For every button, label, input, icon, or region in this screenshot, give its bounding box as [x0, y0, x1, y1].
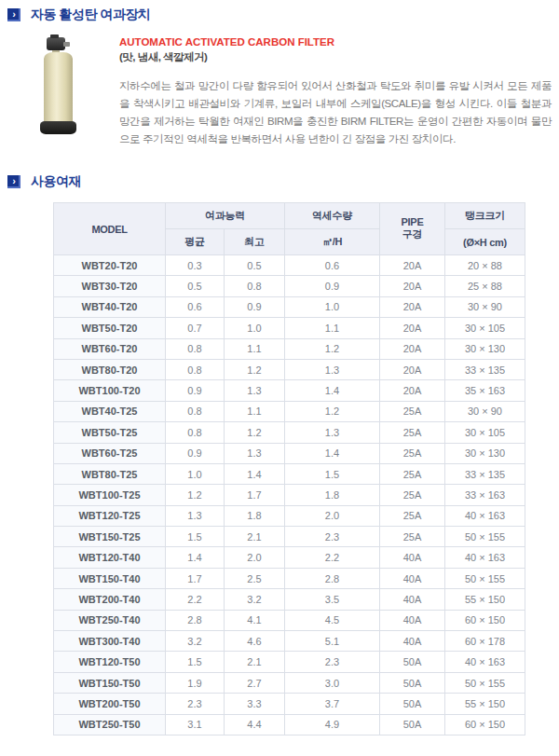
value-cell: 0.8: [166, 401, 225, 421]
value-cell: 1.5: [285, 463, 380, 484]
value-cell: 40A: [380, 610, 445, 630]
value-cell: 2.2: [285, 547, 380, 568]
value-cell: 50A: [380, 694, 445, 714]
value-cell: 0.8: [225, 276, 285, 296]
value-cell: 60 × 150: [445, 714, 525, 735]
col-header-tank-group: 탱크크기: [445, 203, 525, 229]
value-cell: 1.3: [225, 380, 285, 401]
model-cell: WBT30-T20: [54, 276, 166, 296]
value-cell: 2.5: [225, 568, 285, 588]
model-cell: WBT40-T20: [54, 296, 166, 317]
col-header-backwash-unit: ㎥/H: [285, 229, 380, 255]
col-header-tank-unit: (Ø×H cm): [445, 229, 525, 255]
value-cell: 35 × 163: [445, 380, 525, 401]
model-cell: WBT40-T25: [54, 401, 166, 421]
value-cell: 1.8: [285, 485, 380, 505]
value-cell: 2.8: [166, 610, 225, 630]
table-row: WBT50-T250.81.21.325A30 × 105: [54, 422, 525, 443]
model-cell: WBT250-T40: [54, 610, 166, 630]
value-cell: 30 × 90: [445, 296, 525, 317]
value-cell: 25 × 88: [445, 276, 525, 296]
value-cell: 1.0: [285, 296, 380, 317]
value-cell: 50A: [380, 672, 445, 693]
tank-valve-head: [47, 37, 65, 50]
value-cell: 3.1: [166, 714, 225, 735]
table-row: WBT100-T251.21.71.825A33 × 163: [54, 485, 525, 505]
model-cell: WBT150-T40: [54, 568, 166, 588]
spec-table: MODEL 여과능력 역세수량 PIPE 구경 탱크크기 평균 최고 ㎥/H (…: [53, 202, 525, 735]
value-cell: 30 × 130: [445, 338, 525, 359]
table-row: WBT40-T200.60.91.020A30 × 90: [54, 296, 525, 317]
col-header-capacity-avg: 평균: [166, 229, 225, 255]
col-header-pipe-line2: 구경: [402, 228, 422, 240]
value-cell: 30 × 90: [445, 401, 525, 421]
value-cell: 2.8: [285, 568, 380, 588]
table-row: WBT200-T502.33.33.750A55 × 150: [54, 694, 525, 714]
model-cell: WBT150-T25: [54, 527, 166, 547]
product-subtitle: (맛, 냄새, 색깔제거): [119, 50, 552, 64]
value-cell: 60 × 178: [445, 631, 525, 652]
value-cell: 50A: [380, 652, 445, 672]
value-cell: 25A: [380, 443, 445, 463]
model-cell: WBT100-T20: [54, 380, 166, 401]
value-cell: 1.2: [225, 359, 285, 379]
value-cell: 20A: [380, 276, 445, 296]
value-cell: 1.2: [285, 338, 380, 359]
col-header-pipe-line1: PIPE: [402, 216, 424, 227]
value-cell: 1.0: [225, 318, 285, 338]
model-cell: WBT200-T40: [54, 589, 166, 610]
value-cell: 20A: [380, 380, 445, 401]
table-header-row-1: MODEL 여과능력 역세수량 PIPE 구경 탱크크기: [54, 203, 525, 229]
value-cell: 2.3: [285, 527, 380, 547]
value-cell: 0.9: [166, 443, 225, 463]
value-cell: 1.8: [225, 505, 285, 526]
value-cell: 1.4: [285, 380, 380, 401]
value-cell: 40A: [380, 547, 445, 568]
value-cell: 20A: [380, 296, 445, 317]
value-cell: 30 × 105: [445, 318, 525, 338]
value-cell: 55 × 150: [445, 694, 525, 714]
model-cell: WBT50-T20: [54, 318, 166, 338]
value-cell: 1.4: [285, 443, 380, 463]
value-cell: 1.1: [225, 401, 285, 421]
tank-body: [44, 52, 73, 124]
table-row: WBT100-T200.91.31.420A35 × 163: [54, 380, 525, 401]
value-cell: 1.3: [166, 505, 225, 526]
value-cell: 20A: [380, 255, 445, 276]
table-row: WBT50-T200.71.01.120A30 × 105: [54, 318, 525, 338]
table-row: WBT60-T200.81.11.220A30 × 130: [54, 338, 525, 359]
value-cell: 1.0: [166, 463, 225, 484]
table-row: WBT250-T503.14.44.950A60 × 150: [54, 714, 525, 735]
value-cell: 50 × 155: [445, 672, 525, 693]
product-info: AUTOMATIC ACTIVATED CARBON FILTER (맛, 냄새…: [119, 36, 552, 148]
table-row: WBT20-T200.30.50.620A20 × 88: [54, 255, 525, 276]
section-title-product: 자동 활성탄 여과장치: [31, 7, 150, 23]
value-cell: 0.8: [166, 338, 225, 359]
value-cell: 20A: [380, 338, 445, 359]
table-row: WBT250-T402.84.14.540A60 × 150: [54, 610, 525, 630]
value-cell: 33 × 135: [445, 463, 525, 484]
table-row: WBT150-T501.92.73.050A50 × 155: [54, 672, 525, 693]
value-cell: 40A: [380, 631, 445, 652]
col-header-capacity-max: 최고: [225, 229, 285, 255]
value-cell: 4.4: [225, 714, 285, 735]
arrow-bullet-icon: ›: [7, 175, 20, 188]
value-cell: 20A: [380, 359, 445, 379]
value-cell: 2.7: [225, 672, 285, 693]
value-cell: 25A: [380, 422, 445, 443]
value-cell: 2.0: [285, 505, 380, 526]
value-cell: 1.9: [166, 672, 225, 693]
col-header-backwash-group: 역세수량: [285, 203, 380, 229]
value-cell: 25A: [380, 463, 445, 484]
table-row: WBT40-T250.81.11.225A30 × 90: [54, 401, 525, 421]
value-cell: 30 × 130: [445, 443, 525, 463]
table-row: WBT150-T401.72.52.840A50 × 155: [54, 568, 525, 588]
value-cell: 50 × 155: [445, 568, 525, 588]
model-cell: WBT120-T50: [54, 652, 166, 672]
tank-base: [40, 121, 76, 134]
value-cell: 20 × 88: [445, 255, 525, 276]
table-row: WBT300-T403.24.65.140A60 × 178: [54, 631, 525, 652]
value-cell: 2.2: [166, 589, 225, 610]
value-cell: 1.5: [166, 527, 225, 547]
table-row: WBT30-T200.50.80.920A25 × 88: [54, 276, 525, 296]
